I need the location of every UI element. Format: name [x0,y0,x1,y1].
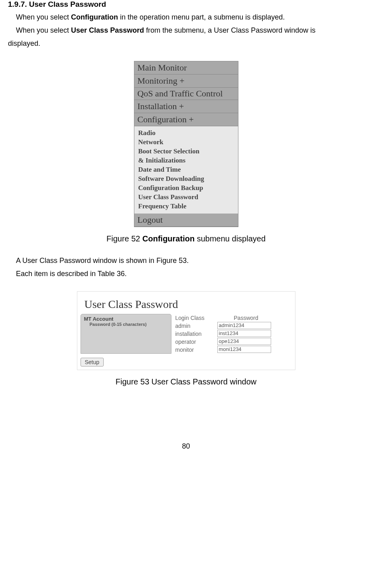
user-class-password-window: User Class Password MT Account Password … [77,291,295,370]
submenu-initializations[interactable]: & Initializations [138,156,234,165]
fig52-pre: Figure 52 [106,234,142,243]
paragraph-1: When you select Configuration in the ope… [16,12,364,23]
submenu-network[interactable]: Network [138,138,234,147]
submenu-configuration-backup[interactable]: Configuration Backup [138,184,234,193]
submenu-boot-sector[interactable]: Boot Sector Selection [138,147,234,156]
ucp-class-admin: admin [175,322,217,330]
ucp-tab-sub: Password (0-15 characters) [90,322,168,327]
figure-53-container: User Class Password MT Account Password … [8,291,364,370]
ucp-row-admin: admin [175,322,292,330]
menu-item-main-monitor[interactable]: Main Monitor [134,61,238,74]
ucp-title: User Class Password [85,298,292,311]
ucp-header-password: Password [217,314,275,322]
fig52-bold: Configuration [142,234,195,243]
menu-item-installation[interactable]: Installation + [134,100,238,113]
submenu-frequency-table[interactable]: Frequency Table [138,202,234,211]
paragraph-4: Each item is described in Table 36. [16,269,364,279]
figure-52-caption: Figure 52 Configuration submenu displaye… [8,234,364,243]
ucp-table-header: Login Class Password [175,314,292,322]
ucp-class-monitor: monitor [175,346,217,354]
ucp-password-monitor[interactable] [217,346,271,353]
submenu-user-class-password[interactable]: User Class Password [138,193,234,202]
ucp-row-monitor: monitor [175,346,292,354]
page-number: 80 [8,442,364,451]
fig52-post: submenu displayed [195,234,266,243]
section-heading: 1.9.7. User Class Password [8,0,364,9]
menu-item-configuration[interactable]: Configuration + [134,113,238,126]
paragraph-2-line1: When you select User Class Password from… [16,25,364,36]
para1-post: in the operation menu part, a submenu is… [118,13,285,21]
para1-bold: Configuration [71,13,118,21]
menu-item-qos[interactable]: QoS and Traffic Control [134,88,238,100]
ucp-row-installation: installation [175,330,292,338]
submenu-box: Radio Network Boot Sector Selection & In… [134,126,238,213]
figure-52-container: Main Monitor Monitoring + QoS and Traffi… [8,61,364,227]
submenu-date-time[interactable]: Date and Time [138,165,234,174]
ucp-password-installation[interactable] [217,330,271,337]
paragraph-2-line2: displayed. [8,38,364,49]
ucp-password-operator[interactable] [217,338,271,345]
menu-item-monitoring[interactable]: Monitoring + [134,74,238,88]
ucp-table: Login Class Password admin installation … [175,314,292,354]
ucp-class-operator: operator [175,338,217,346]
para1-pre: When you select [16,13,71,21]
setup-button[interactable]: Setup [81,358,104,367]
ucp-row-operator: operator [175,338,292,346]
ucp-tab-label: MT Account [84,316,168,322]
ucp-password-admin[interactable] [217,322,271,329]
para2-pre: When you select [16,26,71,34]
para2-bold: User Class Password [71,26,144,34]
menu-item-logout[interactable]: Logout [134,214,238,227]
submenu-radio[interactable]: Radio [138,129,234,138]
submenu-software-downloading[interactable]: Software Downloading [138,174,234,184]
paragraph-3: A User Class Password window is shown in… [16,255,364,266]
ucp-class-installation: installation [175,330,217,338]
figure-53-caption: Figure 53 User Class Password window [8,377,364,386]
ucp-tab[interactable]: MT Account Password (0-15 characters) [81,314,171,354]
ucp-header-login-class: Login Class [175,314,217,322]
menu-screenshot: Main Monitor Monitoring + QoS and Traffi… [134,61,238,227]
para2-post: from the submenu, a User Class Password … [144,26,315,34]
